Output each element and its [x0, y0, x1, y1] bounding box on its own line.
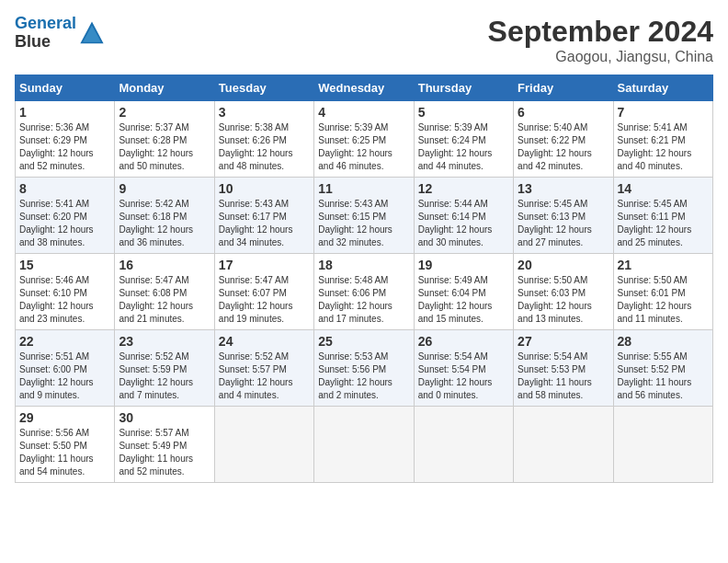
day-cell: 5Sunrise: 5:39 AM Sunset: 6:24 PM Daylig…	[414, 101, 513, 178]
day-number: 14	[618, 181, 709, 196]
day-cell: 19Sunrise: 5:49 AM Sunset: 6:04 PM Dayli…	[414, 254, 513, 330]
day-cell	[414, 407, 513, 483]
col-header-monday: Monday	[115, 75, 214, 101]
day-number: 1	[19, 105, 110, 120]
day-number: 25	[318, 334, 409, 349]
day-number: 15	[19, 258, 110, 272]
day-cell: 15Sunrise: 5:46 AM Sunset: 6:10 PM Dayli…	[16, 254, 115, 330]
day-number: 23	[119, 334, 210, 349]
day-number: 28	[618, 334, 709, 349]
day-info: Sunrise: 5:56 AM Sunset: 5:50 PM Dayligh…	[19, 427, 110, 478]
day-number: 8	[19, 181, 110, 196]
location: Gaogou, Jiangsu, China	[488, 49, 713, 65]
day-info: Sunrise: 5:49 AM Sunset: 6:04 PM Dayligh…	[418, 274, 509, 326]
day-cell: 1Sunrise: 5:36 AM Sunset: 6:29 PM Daylig…	[16, 101, 115, 178]
day-info: Sunrise: 5:47 AM Sunset: 6:08 PM Dayligh…	[119, 274, 210, 326]
day-info: Sunrise: 5:52 AM Sunset: 5:57 PM Dayligh…	[219, 350, 310, 402]
col-header-friday: Friday	[514, 75, 613, 101]
day-cell	[514, 407, 613, 483]
day-info: Sunrise: 5:45 AM Sunset: 6:11 PM Dayligh…	[618, 198, 709, 249]
day-number: 10	[219, 181, 310, 196]
day-cell: 18Sunrise: 5:48 AM Sunset: 6:06 PM Dayli…	[314, 254, 414, 330]
day-info: Sunrise: 5:50 AM Sunset: 6:03 PM Dayligh…	[518, 274, 609, 326]
week-row-1: 1Sunrise: 5:36 AM Sunset: 6:29 PM Daylig…	[16, 101, 713, 178]
day-cell: 30Sunrise: 5:57 AM Sunset: 5:49 PM Dayli…	[115, 407, 214, 483]
day-number: 22	[19, 334, 110, 349]
day-info: Sunrise: 5:47 AM Sunset: 6:07 PM Dayligh…	[219, 274, 310, 326]
day-cell: 23Sunrise: 5:52 AM Sunset: 5:59 PM Dayli…	[115, 330, 214, 407]
day-number: 30	[119, 410, 210, 425]
page-header: General Blue September 2024 Gaogou, Jian…	[15, 15, 713, 65]
day-cell: 21Sunrise: 5:50 AM Sunset: 6:01 PM Dayli…	[613, 254, 712, 330]
day-number: 13	[518, 181, 609, 196]
day-cell: 22Sunrise: 5:51 AM Sunset: 6:00 PM Dayli…	[16, 330, 115, 407]
col-header-sunday: Sunday	[16, 75, 115, 101]
day-number: 9	[119, 181, 210, 196]
day-info: Sunrise: 5:54 AM Sunset: 5:54 PM Dayligh…	[418, 350, 509, 402]
col-header-wednesday: Wednesday	[314, 75, 414, 101]
day-cell: 16Sunrise: 5:47 AM Sunset: 6:08 PM Dayli…	[115, 254, 214, 330]
day-info: Sunrise: 5:42 AM Sunset: 6:18 PM Dayligh…	[119, 198, 210, 249]
week-row-3: 15Sunrise: 5:46 AM Sunset: 6:10 PM Dayli…	[16, 254, 713, 330]
day-info: Sunrise: 5:52 AM Sunset: 5:59 PM Dayligh…	[119, 350, 210, 402]
day-cell: 12Sunrise: 5:44 AM Sunset: 6:14 PM Dayli…	[414, 178, 513, 254]
day-info: Sunrise: 5:41 AM Sunset: 6:21 PM Dayligh…	[618, 121, 709, 173]
day-info: Sunrise: 5:39 AM Sunset: 6:25 PM Dayligh…	[318, 121, 409, 173]
day-info: Sunrise: 5:57 AM Sunset: 5:49 PM Dayligh…	[119, 427, 210, 478]
col-header-saturday: Saturday	[613, 75, 712, 101]
day-cell: 24Sunrise: 5:52 AM Sunset: 5:57 PM Dayli…	[214, 330, 313, 407]
day-number: 3	[219, 105, 310, 120]
day-cell: 25Sunrise: 5:53 AM Sunset: 5:56 PM Dayli…	[314, 330, 414, 407]
title-block: September 2024 Gaogou, Jiangsu, China	[488, 15, 713, 65]
day-number: 21	[618, 258, 709, 272]
day-cell: 10Sunrise: 5:43 AM Sunset: 6:17 PM Dayli…	[214, 178, 313, 254]
day-number: 4	[318, 105, 409, 120]
day-number: 18	[318, 258, 409, 272]
day-number: 17	[219, 258, 310, 272]
day-number: 26	[418, 334, 509, 349]
logo-text: General Blue	[15, 15, 76, 52]
day-cell: 3Sunrise: 5:38 AM Sunset: 6:26 PM Daylig…	[214, 101, 313, 178]
day-info: Sunrise: 5:44 AM Sunset: 6:14 PM Dayligh…	[418, 198, 509, 249]
day-info: Sunrise: 5:39 AM Sunset: 6:24 PM Dayligh…	[418, 121, 509, 173]
day-info: Sunrise: 5:48 AM Sunset: 6:06 PM Dayligh…	[318, 274, 409, 326]
day-cell: 8Sunrise: 5:41 AM Sunset: 6:20 PM Daylig…	[16, 178, 115, 254]
day-info: Sunrise: 5:43 AM Sunset: 6:17 PM Dayligh…	[219, 198, 310, 249]
day-info: Sunrise: 5:53 AM Sunset: 5:56 PM Dayligh…	[318, 350, 409, 402]
day-cell: 14Sunrise: 5:45 AM Sunset: 6:11 PM Dayli…	[613, 178, 712, 254]
day-number: 6	[518, 105, 609, 120]
day-cell: 17Sunrise: 5:47 AM Sunset: 6:07 PM Dayli…	[214, 254, 313, 330]
day-info: Sunrise: 5:55 AM Sunset: 5:52 PM Dayligh…	[618, 350, 709, 402]
week-row-5: 29Sunrise: 5:56 AM Sunset: 5:50 PM Dayli…	[16, 407, 713, 483]
month-title: September 2024	[488, 15, 713, 49]
day-number: 7	[618, 105, 709, 120]
day-cell: 20Sunrise: 5:50 AM Sunset: 6:03 PM Dayli…	[514, 254, 613, 330]
day-cell: 13Sunrise: 5:45 AM Sunset: 6:13 PM Dayli…	[514, 178, 613, 254]
day-number: 12	[418, 181, 509, 196]
week-row-2: 8Sunrise: 5:41 AM Sunset: 6:20 PM Daylig…	[16, 178, 713, 254]
day-cell: 28Sunrise: 5:55 AM Sunset: 5:52 PM Dayli…	[613, 330, 712, 407]
day-number: 19	[418, 258, 509, 272]
day-info: Sunrise: 5:38 AM Sunset: 6:26 PM Dayligh…	[219, 121, 310, 173]
day-number: 29	[19, 410, 110, 425]
calendar-table: SundayMondayTuesdayWednesdayThursdayFrid…	[15, 75, 713, 483]
day-number: 24	[219, 334, 310, 349]
logo-icon	[79, 20, 105, 46]
day-cell: 2Sunrise: 5:37 AM Sunset: 6:28 PM Daylig…	[115, 101, 214, 178]
day-cell	[613, 407, 712, 483]
day-cell: 7Sunrise: 5:41 AM Sunset: 6:21 PM Daylig…	[613, 101, 712, 178]
day-cell: 6Sunrise: 5:40 AM Sunset: 6:22 PM Daylig…	[514, 101, 613, 178]
day-number: 20	[518, 258, 609, 272]
day-cell: 11Sunrise: 5:43 AM Sunset: 6:15 PM Dayli…	[314, 178, 414, 254]
day-info: Sunrise: 5:43 AM Sunset: 6:15 PM Dayligh…	[318, 198, 409, 249]
day-cell: 29Sunrise: 5:56 AM Sunset: 5:50 PM Dayli…	[16, 407, 115, 483]
day-info: Sunrise: 5:54 AM Sunset: 5:53 PM Dayligh…	[518, 350, 609, 402]
week-row-4: 22Sunrise: 5:51 AM Sunset: 6:00 PM Dayli…	[16, 330, 713, 407]
day-info: Sunrise: 5:51 AM Sunset: 6:00 PM Dayligh…	[19, 350, 110, 402]
day-number: 11	[318, 181, 409, 196]
day-number: 27	[518, 334, 609, 349]
header-row: SundayMondayTuesdayWednesdayThursdayFrid…	[16, 75, 713, 101]
day-info: Sunrise: 5:46 AM Sunset: 6:10 PM Dayligh…	[19, 274, 110, 326]
col-header-tuesday: Tuesday	[214, 75, 313, 101]
day-info: Sunrise: 5:37 AM Sunset: 6:28 PM Dayligh…	[119, 121, 210, 173]
